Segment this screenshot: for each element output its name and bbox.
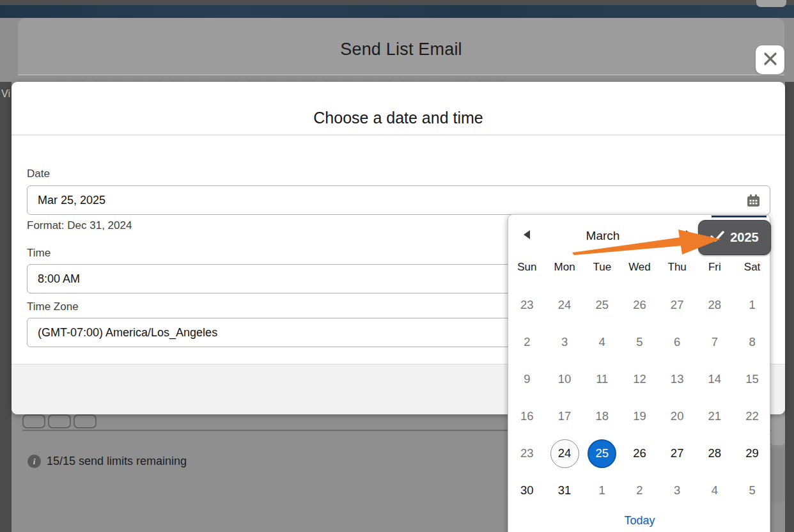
dialog-title: Choose a date and time <box>12 109 785 127</box>
time-value: 8:00 AM <box>38 272 80 286</box>
timezone-value: (GMT-07:00) America/Los_Angeles <box>38 326 217 340</box>
calendar-day[interactable]: 17 <box>546 398 584 435</box>
timezone-label: Time Zone <box>27 301 79 313</box>
calendar-day-number: 15 <box>738 365 767 394</box>
date-label: Date <box>27 168 50 180</box>
chevron-right-icon <box>685 230 694 242</box>
calendar-day[interactable]: 24 <box>546 286 584 324</box>
calendar-day[interactable]: 28 <box>696 286 734 324</box>
calendar-day[interactable]: 20 <box>658 398 696 435</box>
calendar-day[interactable]: 3 <box>546 324 584 361</box>
weekday-label: Tue <box>583 261 621 274</box>
calendar-day[interactable]: 24 <box>546 435 584 472</box>
calendar-grid: 2324252627281234567891011121314151617181… <box>508 286 771 509</box>
calendar-day[interactable]: 21 <box>696 398 734 435</box>
calendar-day-number: 14 <box>700 365 729 394</box>
close-button[interactable] <box>756 45 784 74</box>
date-format-help: Format: Dec 31, 2024 <box>27 219 132 232</box>
weekday-label: Fri <box>696 261 734 274</box>
calendar-day[interactable]: 26 <box>621 286 658 324</box>
calendar-day[interactable]: 11 <box>583 361 621 398</box>
dimmed-button <box>22 414 45 428</box>
next-month-button[interactable] <box>681 228 697 244</box>
calendar-day-number: 28 <box>700 291 729 320</box>
time-label: Time <box>27 247 51 260</box>
calendar-day-number: 23 <box>513 291 541 320</box>
calendar-day-number: 28 <box>700 439 729 468</box>
calendar-day-number: 30 <box>513 476 541 505</box>
calendar-day[interactable]: 4 <box>583 324 621 361</box>
datepicker-panel: March 2025 SunMonTueWedThuFriSat 2324252… <box>508 214 770 532</box>
calendar-day[interactable]: 4 <box>696 472 734 509</box>
send-limits-text: 15/15 send limits remaining <box>47 455 187 468</box>
calendar-day[interactable]: 25 <box>583 286 621 324</box>
calendar-day[interactable]: 31 <box>546 472 584 509</box>
calendar-day[interactable]: 23 <box>508 286 546 324</box>
check-icon <box>710 231 724 245</box>
calendar-day-number: 3 <box>550 328 579 357</box>
calendar-day[interactable]: 14 <box>696 361 734 398</box>
calendar-day[interactable]: 23 <box>508 435 546 472</box>
calendar-day-number: 8 <box>738 328 767 357</box>
weekday-row: SunMonTueWedThuFriSat <box>508 261 771 274</box>
year-select-button[interactable]: 2025 <box>698 220 771 255</box>
calendar-day[interactable]: 2 <box>621 472 658 509</box>
app-header-bar <box>0 5 794 18</box>
calendar-day-number: 27 <box>663 291 692 320</box>
calendar-day[interactable]: 26 <box>621 435 658 472</box>
calendar-day[interactable]: 5 <box>621 324 658 361</box>
calendar-day-number: 5 <box>738 476 767 505</box>
calendar-day[interactable]: 13 <box>658 361 696 398</box>
calendar-day-number: 1 <box>738 291 767 320</box>
calendar-day[interactable]: 15 <box>733 361 771 398</box>
calendar-day-number: 19 <box>625 402 654 431</box>
calendar-day[interactable]: 30 <box>508 472 546 509</box>
calendar-icon[interactable] <box>746 194 761 210</box>
scrollbar-fragment <box>771 414 785 445</box>
calendar-day[interactable]: 29 <box>733 435 771 472</box>
calendar-day[interactable]: 22 <box>733 398 771 435</box>
calendar-day-number: 12 <box>625 365 654 394</box>
calendar-day[interactable]: 3 <box>658 472 696 509</box>
calendar-day[interactable]: 9 <box>508 361 546 398</box>
calendar-day[interactable]: 2 <box>508 324 546 361</box>
calendar-day[interactable]: 5 <box>733 472 771 509</box>
calendar-day[interactable]: 27 <box>658 286 696 324</box>
year-value: 2025 <box>730 230 759 245</box>
calendar-day[interactable]: 27 <box>658 435 696 472</box>
send-limits-row: i 15/15 send limits remaining <box>27 455 187 468</box>
date-input[interactable]: Mar 25, 2025 <box>27 185 770 215</box>
calendar-day[interactable]: 1 <box>583 472 621 509</box>
calendar-day-number: 25 <box>588 439 616 468</box>
calendar-day-number: 24 <box>550 291 579 320</box>
calendar-day-number: 31 <box>550 476 579 505</box>
divider <box>12 134 785 136</box>
calendar-day-number: 27 <box>663 439 692 468</box>
window-tab-fragment <box>756 0 786 7</box>
calendar-day-number: 17 <box>550 402 579 431</box>
dimmed-button <box>74 414 97 428</box>
calendar-day[interactable]: 19 <box>621 398 658 435</box>
calendar-day[interactable]: 8 <box>733 324 771 361</box>
calendar-day-number: 10 <box>550 365 579 394</box>
calendar-day[interactable]: 25 <box>583 435 621 472</box>
calendar-day[interactable]: 10 <box>546 361 584 398</box>
month-label: March <box>508 229 697 243</box>
calendar-day[interactable]: 1 <box>733 286 771 324</box>
calendar-day[interactable]: 28 <box>696 435 734 472</box>
calendar-day[interactable]: 16 <box>508 398 546 435</box>
calendar-day[interactable]: 18 <box>583 398 621 435</box>
calendar-day-number: 26 <box>625 439 654 468</box>
calendar-day-number: 1 <box>588 476 616 505</box>
background-clipped-text: Vi <box>1 88 10 100</box>
weekday-label: Wed <box>621 261 658 274</box>
calendar-day[interactable]: 12 <box>621 361 658 398</box>
calendar-day-number: 16 <box>513 402 541 431</box>
calendar-day[interactable]: 6 <box>658 324 696 361</box>
scrollbar-thumb[interactable] <box>771 448 785 503</box>
calendar-day-number: 18 <box>588 402 616 431</box>
calendar-day-number: 23 <box>513 439 541 468</box>
calendar-day[interactable]: 7 <box>696 324 734 361</box>
calendar-day-number: 5 <box>625 328 654 357</box>
today-link[interactable]: Today <box>508 514 771 528</box>
